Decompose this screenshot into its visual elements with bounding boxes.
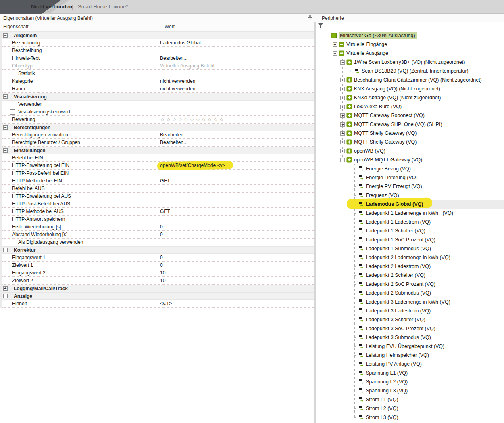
tree-item[interactable]: Ladepunkt 1 Lademenge in kWh_ (VQ) bbox=[316, 209, 504, 218]
property-value-cell[interactable]: Virtueller Ausgang Befehl bbox=[158, 62, 314, 69]
collapse-icon[interactable]: − bbox=[325, 34, 329, 38]
property-value-cell[interactable]: 10 bbox=[158, 277, 314, 284]
tree-item[interactable]: Ladepunkt 3 Schalter (VQ) bbox=[316, 315, 504, 324]
tree-item[interactable]: +Scan DS18B20 (VQ) (Zentral, Innentemper… bbox=[316, 67, 504, 75]
property-group-row[interactable]: −Visualisierung bbox=[2, 93, 314, 101]
tree-item[interactable]: Ladepunkt 3 Submodus (VQ) bbox=[316, 333, 504, 342]
tree-item[interactable]: +openWB (VQ) bbox=[316, 147, 504, 155]
property-row[interactable]: Befehl bei AUS bbox=[2, 185, 314, 193]
pin-icon[interactable] bbox=[308, 15, 312, 22]
property-value[interactable]: GET bbox=[160, 209, 170, 214]
tree-item[interactable]: Leistung Heimspeicher (VQ) bbox=[316, 351, 504, 360]
property-row[interactable]: Kategorienicht verwenden bbox=[2, 77, 314, 85]
property-value-cell[interactable] bbox=[158, 70, 314, 77]
expand-icon[interactable]: + bbox=[348, 69, 352, 73]
expand-icon[interactable]: + bbox=[340, 131, 345, 136]
expand-icon[interactable]: + bbox=[340, 96, 345, 100]
collapse-icon[interactable]: − bbox=[3, 125, 8, 130]
property-row[interactable]: Befehl bei EIN bbox=[2, 154, 314, 162]
property-group-row[interactable]: −Einstellungen bbox=[2, 147, 314, 154]
tree-item[interactable]: Leistung EVU Übergabepunkt (VQ) bbox=[316, 342, 504, 351]
property-row[interactable]: Visualisierungskennwort bbox=[2, 108, 314, 116]
expand-icon[interactable]: + bbox=[340, 122, 345, 127]
expand-icon[interactable]: + bbox=[340, 140, 345, 144]
expand-icon[interactable]: + bbox=[340, 149, 345, 153]
tree-item[interactable]: Ladepunkt 3 SoC Prozent (VQ) bbox=[316, 324, 504, 333]
property-row[interactable]: Berechtigungen verwaltenBearbeiten... bbox=[2, 131, 314, 139]
property-value-cell[interactable]: Bearbeiten... bbox=[158, 131, 314, 138]
property-value[interactable]: 0 bbox=[160, 262, 163, 268]
tree-item[interactable]: Ladepunkt 1 Schalter (VQ) bbox=[316, 226, 504, 235]
expand-icon[interactable]: + bbox=[340, 87, 345, 91]
column-header-wert[interactable]: Wert bbox=[165, 24, 175, 29]
tree-item[interactable]: Spannung L3 (VQ) bbox=[316, 386, 504, 395]
tree-item[interactable]: Ladepunkt 1 SoC Prozent (VQ) bbox=[316, 235, 504, 244]
property-row[interactable]: Verwenden bbox=[2, 101, 314, 108]
property-row[interactable]: Als Digitalausgang verwenden bbox=[2, 239, 314, 246]
property-row[interactable]: Zielwert 10 bbox=[2, 262, 314, 269]
tree-item[interactable]: Ladepunkt 2 Schalter (VQ) bbox=[316, 271, 504, 280]
property-group-row[interactable]: +Logging/Mail/Call/Track bbox=[2, 285, 314, 292]
property-value[interactable]: 0 bbox=[160, 224, 163, 230]
collapse-icon[interactable]: − bbox=[3, 294, 8, 298]
checkbox[interactable] bbox=[10, 240, 15, 245]
property-row[interactable]: Abstand Wiederholung [s]0 bbox=[2, 231, 314, 239]
tree-item[interactable]: Ladepunkt 3 Lademenge in kWh (VQ) bbox=[316, 297, 504, 306]
tree-item[interactable]: Ladepunkt 1 Ladestrom (VQ) bbox=[316, 218, 504, 226]
expand-icon[interactable]: + bbox=[3, 286, 8, 291]
checkbox[interactable] bbox=[10, 71, 15, 76]
property-group-row[interactable]: −Korrektur bbox=[2, 246, 314, 254]
property-value-cell[interactable]: 0 bbox=[158, 254, 314, 261]
property-value[interactable]: <v.1> bbox=[160, 301, 172, 306]
tree-item[interactable]: +Lox2Alexa Büro (VQ) bbox=[316, 102, 504, 111]
property-value-cell[interactable] bbox=[158, 200, 314, 207]
rating-stars[interactable]: ☆☆☆☆☆☆☆☆☆☆☆ bbox=[160, 117, 225, 123]
tree-item[interactable]: −1Wire Scan Loxberry3B+ (VQ) (Nicht zuge… bbox=[316, 58, 504, 67]
property-value[interactable]: 0 bbox=[160, 255, 163, 260]
property-value[interactable]: nicht verwenden bbox=[160, 78, 195, 84]
expand-icon[interactable]: + bbox=[340, 113, 345, 118]
tree-item[interactable]: +Beschattung Clara Gästezimmer (VQ) (Nic… bbox=[316, 75, 504, 84]
property-value-cell[interactable] bbox=[158, 170, 314, 177]
expand-icon[interactable]: + bbox=[340, 78, 345, 82]
property-value-cell[interactable]: Bearbeiten... bbox=[158, 139, 314, 146]
tree-item[interactable]: Ladepunkt 2 Lademenge in kWh (VQ) bbox=[316, 253, 504, 262]
collapse-icon[interactable]: − bbox=[3, 94, 8, 99]
property-group-row[interactable]: −Anzeige bbox=[2, 292, 314, 300]
property-row[interactable]: HTTP-Erweiterung bei AUS bbox=[2, 193, 314, 200]
property-value[interactable]: Virtueller Ausgang Befehl bbox=[160, 63, 215, 69]
property-row[interactable]: HTTP Methode bei AUSGET bbox=[2, 208, 314, 216]
property-row[interactable]: Erste Wiederholung [s]0 bbox=[2, 223, 314, 231]
tree-item[interactable]: +KNXd Abfrage (VQ) (Nicht zugeordnet) bbox=[316, 93, 504, 102]
property-value-cell[interactable]: GET bbox=[158, 177, 314, 184]
tree-item[interactable]: Ladepunkt 2 SoC Prozent (VQ) bbox=[316, 280, 504, 289]
property-value-cell[interactable]: nicht verwenden bbox=[158, 77, 314, 85]
tree-item[interactable]: Ladepunkt 2 Ladestrom (VQ) bbox=[316, 262, 504, 271]
property-row[interactable]: Berechtigte Benutzer / GruppenBearbeiten… bbox=[2, 139, 314, 147]
property-value-cell[interactable]: 10 bbox=[158, 269, 314, 276]
expand-icon[interactable]: + bbox=[340, 105, 345, 109]
property-row[interactable]: Zielwert 210 bbox=[2, 277, 314, 285]
property-value-cell[interactable] bbox=[158, 108, 314, 115]
tree-item[interactable]: Energie Bezug (VQ) bbox=[316, 164, 504, 173]
tree-item[interactable]: −openWB MQTT Gateway (VQ) bbox=[316, 155, 504, 164]
column-divider[interactable] bbox=[158, 22, 158, 31]
column-header-eigenschaft[interactable]: Eigenschaft bbox=[3, 24, 29, 29]
tree-item[interactable]: −Virtuelle Ausgänge bbox=[316, 49, 504, 58]
tree-item[interactable]: +Virtuelle Eingänge bbox=[316, 40, 504, 49]
collapse-icon[interactable]: − bbox=[3, 33, 8, 38]
property-row[interactable]: HTTP Methode bei EINGET bbox=[2, 177, 314, 185]
tree-item[interactable]: Ladepunkt 2 Submodus (VQ) bbox=[316, 289, 504, 297]
property-value-cell[interactable] bbox=[158, 193, 314, 200]
property-value-cell[interactable]: Bearbeiten... bbox=[158, 54, 314, 62]
property-group-row[interactable]: −Allgemein bbox=[2, 31, 314, 39]
property-value-cell[interactable] bbox=[158, 216, 314, 223]
property-value[interactable]: Lademodus Global bbox=[160, 40, 201, 46]
property-value[interactable]: 10 bbox=[160, 278, 165, 283]
property-row[interactable]: Beschreibung bbox=[2, 47, 314, 54]
property-value[interactable]: nicht verwenden bbox=[160, 86, 195, 92]
property-value-cell[interactable]: nicht verwenden bbox=[158, 85, 314, 92]
tree-item[interactable]: Spannung L1 (VQ) bbox=[316, 369, 504, 377]
tree-item[interactable]: −Miniserver Go (~30% Auslastung) bbox=[316, 31, 504, 40]
property-row[interactable]: Eingangswert 210 bbox=[2, 269, 314, 277]
